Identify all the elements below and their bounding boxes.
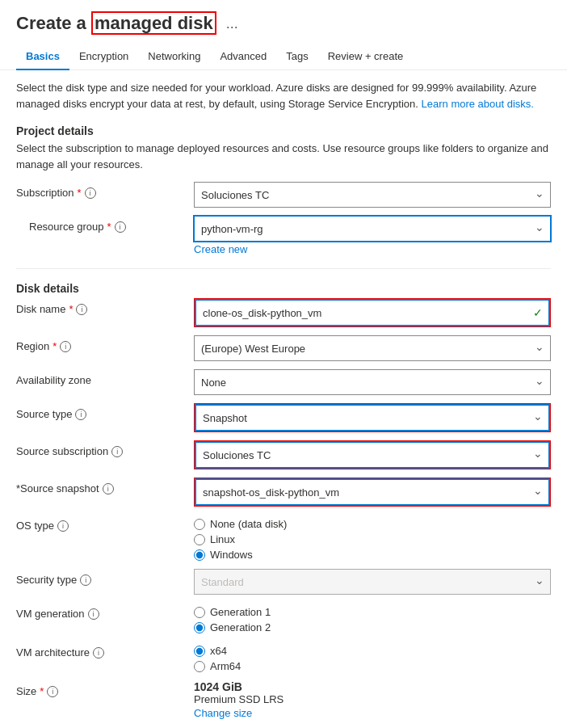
disk-name-input-wrapper: ✓ (194, 298, 551, 327)
main-content: Select the disk type and size needed for… (0, 70, 567, 728)
resource-group-info-icon[interactable]: i (115, 221, 126, 233)
source-subscription-select[interactable]: Soluciones TC (195, 442, 549, 468)
subscription-select[interactable]: Soluciones TC (194, 182, 551, 208)
source-snapshot-select[interactable]: snapshot-os_disk-python_vm (195, 479, 549, 505)
resource-group-label: Resource group * i (16, 216, 194, 233)
availability-zone-select-wrapper: None (194, 369, 551, 395)
availability-zone-row: Availability zone None (16, 369, 551, 395)
region-control: (Europe) West Europe (194, 335, 551, 361)
vm-arch-x64-radio[interactable] (194, 646, 205, 657)
source-snapshot-info-icon[interactable]: i (103, 483, 114, 494)
vm-architecture-control: x64 Arm64 (194, 642, 551, 672)
divider-1 (16, 268, 551, 269)
description-text: Select the disk type and size needed for… (16, 80, 551, 112)
availability-zone-select[interactable]: None (194, 369, 551, 395)
os-type-windows[interactable]: Windows (194, 549, 551, 561)
security-type-info-icon[interactable]: i (80, 574, 91, 586)
tab-review-create[interactable]: Review + create (318, 44, 414, 70)
region-row: Region * i (Europe) West Europe (16, 335, 551, 361)
vm-gen-2-radio[interactable] (194, 622, 205, 633)
region-select[interactable]: (Europe) West Europe (194, 335, 551, 361)
tab-advanced[interactable]: Advanced (210, 44, 276, 70)
page-title: Create a managed disk (16, 13, 216, 34)
vm-generation-info-icon[interactable]: i (88, 608, 99, 620)
learn-more-link[interactable]: Learn more about disks. (422, 98, 534, 110)
disk-name-row: Disk name * i ✓ (16, 298, 551, 327)
source-subscription-info-icon[interactable]: i (111, 446, 123, 457)
os-type-windows-radio[interactable] (194, 549, 205, 561)
source-snapshot-row: *Source snapshot i snapshot-os_disk-pyth… (16, 478, 551, 507)
disk-name-check-icon: ✓ (533, 306, 543, 319)
source-type-label: Source type i (16, 403, 194, 420)
os-type-none[interactable]: None (data disk) (194, 518, 551, 530)
size-info-icon[interactable]: i (47, 686, 58, 697)
disk-name-input[interactable] (195, 300, 549, 326)
security-type-label: Security type i (16, 569, 194, 586)
source-subscription-row: Source subscription i Soluciones TC (16, 440, 551, 469)
tab-networking[interactable]: Networking (138, 44, 210, 70)
source-type-info-icon[interactable]: i (75, 409, 86, 420)
os-type-linux[interactable]: Linux (194, 533, 551, 545)
vm-arch-arm64-radio[interactable] (194, 661, 205, 672)
vm-arch-x64[interactable]: x64 (194, 645, 551, 657)
subscription-info-icon[interactable]: i (85, 187, 96, 199)
source-subscription-control: Soluciones TC (194, 440, 551, 469)
vm-architecture-radio-group: x64 Arm64 (194, 642, 551, 672)
resource-group-select-wrapper: python-vm-rg (194, 216, 551, 242)
region-select-wrapper: (Europe) West Europe (194, 335, 551, 361)
nav-tabs: Basics Encryption Networking Advanced Ta… (0, 44, 567, 70)
disk-details-title: Disk details (16, 282, 551, 295)
subscription-control: Soluciones TC (194, 182, 551, 208)
vm-generation-label: VM generation i (16, 603, 194, 620)
size-label: Size * i (16, 680, 194, 697)
tab-basics[interactable]: Basics (16, 44, 69, 70)
vm-architecture-info-icon[interactable]: i (93, 647, 104, 659)
source-snapshot-label: *Source snapshot i (16, 478, 194, 494)
resource-group-select[interactable]: python-vm-rg (194, 216, 551, 242)
size-value: 1024 GiB (194, 680, 551, 693)
os-type-radio-group: None (data disk) Linux Windows (194, 515, 551, 561)
create-new-resource-group-link[interactable]: Create new (194, 243, 551, 255)
os-type-linux-radio[interactable] (194, 534, 205, 545)
change-size-link[interactable]: Change size (194, 707, 551, 719)
subscription-label: Subscription * i (16, 182, 194, 199)
tab-tags[interactable]: Tags (276, 44, 317, 70)
os-type-control: None (data disk) Linux Windows (194, 515, 551, 561)
subscription-select-wrapper: Soluciones TC (194, 182, 551, 208)
region-label: Region * i (16, 335, 194, 352)
source-snapshot-select-wrapper: snapshot-os_disk-python_vm (194, 478, 551, 507)
vm-arch-arm64[interactable]: Arm64 (194, 660, 551, 672)
size-row: Size * i 1024 GiB Premium SSD LRS Change… (16, 680, 551, 719)
vm-generation-radio-group: Generation 1 Generation 2 (194, 603, 551, 633)
source-type-select-wrapper: Snapshot None Storage blob (194, 403, 551, 432)
vm-architecture-label: VM architecture i (16, 642, 194, 659)
vm-generation-row: VM generation i Generation 1 Generation … (16, 603, 551, 633)
tab-encryption[interactable]: Encryption (69, 44, 138, 70)
disk-name-label: Disk name * i (16, 298, 194, 315)
size-control: 1024 GiB Premium SSD LRS Change size (194, 680, 551, 719)
project-details-desc: Select the subscription to manage deploy… (16, 141, 551, 172)
project-details-title: Project details (16, 124, 551, 137)
vm-gen-1-radio[interactable] (194, 607, 205, 618)
security-type-row: Security type i Standard (16, 569, 551, 595)
os-type-none-radio[interactable] (194, 519, 205, 530)
resource-group-row: Resource group * i python-vm-rg Create n… (16, 216, 551, 255)
source-type-control: Snapshot None Storage blob (194, 403, 551, 432)
subscription-row: Subscription * i Soluciones TC (16, 182, 551, 208)
disk-name-control: ✓ (194, 298, 551, 327)
vm-architecture-row: VM architecture i x64 Arm64 (16, 642, 551, 672)
security-type-control: Standard (194, 569, 551, 595)
size-sub-value: Premium SSD LRS (194, 693, 551, 705)
source-type-select[interactable]: Snapshot None Storage blob (195, 405, 549, 431)
os-type-label: OS type i (16, 515, 194, 532)
vm-gen-1[interactable]: Generation 1 (194, 606, 551, 618)
availability-zone-label: Availability zone (16, 369, 194, 386)
disk-name-info-icon[interactable]: i (76, 304, 87, 315)
ellipsis-button[interactable]: ... (226, 15, 238, 32)
os-type-info-icon[interactable]: i (57, 520, 69, 532)
security-type-select-wrapper: Standard (194, 569, 551, 595)
source-snapshot-control: snapshot-os_disk-python_vm (194, 478, 551, 507)
security-type-select[interactable]: Standard (194, 569, 551, 595)
region-info-icon[interactable]: i (60, 341, 71, 352)
vm-gen-2[interactable]: Generation 2 (194, 621, 551, 633)
